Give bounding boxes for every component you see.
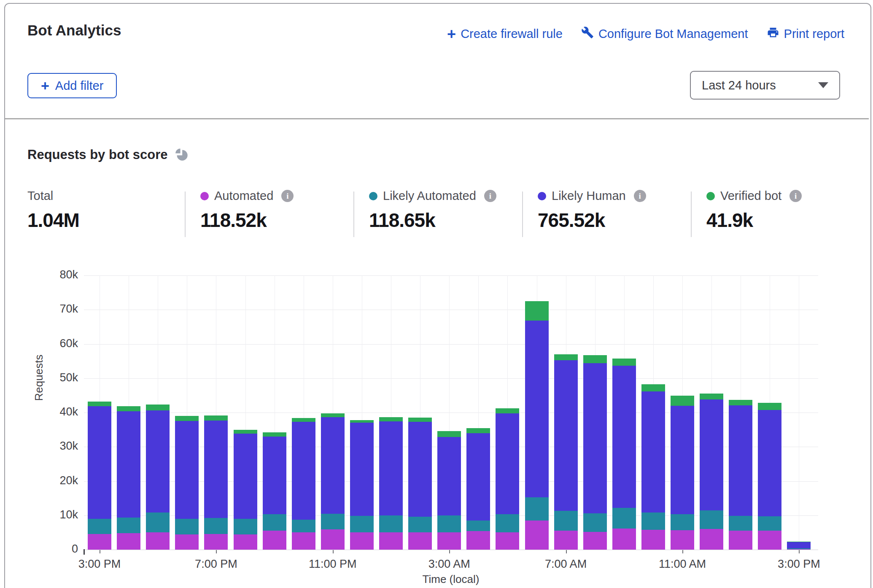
- bar-segment-likely-human[interactable]: [525, 321, 549, 497]
- bar-segment-likely-automated[interactable]: [583, 513, 607, 532]
- bar-segment-likely-human[interactable]: [408, 422, 432, 517]
- bar-segment-automated[interactable]: [466, 531, 490, 550]
- bar-segment-verified-bot[interactable]: [350, 420, 374, 423]
- bar-segment-likely-automated[interactable]: [437, 515, 461, 533]
- bar-segment-likely-human[interactable]: [175, 421, 199, 519]
- stacked-bar[interactable]: [88, 402, 111, 550]
- stacked-bar[interactable]: [146, 405, 170, 550]
- bar-segment-likely-automated[interactable]: [175, 519, 199, 534]
- stacked-bar[interactable]: [787, 542, 811, 550]
- info-icon[interactable]: i: [281, 190, 294, 202]
- bar-segment-verified-bot[interactable]: [292, 418, 315, 422]
- bar-segment-automated[interactable]: [787, 549, 811, 550]
- stacked-bar[interactable]: [321, 413, 345, 550]
- bar-segment-automated[interactable]: [496, 532, 519, 550]
- bar-segment-automated[interactable]: [146, 532, 170, 550]
- bar-segment-likely-human[interactable]: [350, 423, 374, 516]
- stacked-bar[interactable]: [496, 408, 519, 550]
- bar-segment-verified-bot[interactable]: [379, 417, 403, 421]
- bar-segment-automated[interactable]: [758, 531, 781, 550]
- bar-segment-likely-automated[interactable]: [408, 517, 432, 532]
- stacked-bar[interactable]: [379, 417, 403, 550]
- stat-automated[interactable]: Automated i 118.52k: [200, 189, 294, 232]
- bar-segment-automated[interactable]: [729, 531, 752, 550]
- stacked-bar[interactable]: [234, 430, 257, 550]
- bar-segment-verified-bot[interactable]: [583, 355, 607, 363]
- bar-segment-likely-automated[interactable]: [292, 520, 315, 532]
- bar-segment-likely-automated[interactable]: [700, 510, 723, 529]
- stacked-bar[interactable]: [554, 354, 578, 550]
- bar-segment-automated[interactable]: [292, 532, 315, 550]
- bar-segment-likely-automated[interactable]: [729, 516, 752, 531]
- bar-segment-automated[interactable]: [88, 534, 111, 550]
- bar-segment-likely-human[interactable]: [88, 406, 111, 519]
- bar-segment-likely-automated[interactable]: [321, 514, 345, 529]
- bar-segment-verified-bot[interactable]: [671, 396, 694, 406]
- stacked-bar[interactable]: [117, 406, 140, 550]
- stacked-bar[interactable]: [641, 384, 665, 550]
- stacked-bar[interactable]: [758, 403, 781, 550]
- bar-segment-likely-automated[interactable]: [204, 518, 228, 534]
- time-range-select[interactable]: Last 24 hours: [690, 71, 840, 100]
- bar-segment-verified-bot[interactable]: [641, 384, 665, 391]
- bar-segment-likely-human[interactable]: [787, 542, 811, 548]
- bar-segment-automated[interactable]: [234, 534, 257, 550]
- bar-segment-likely-automated[interactable]: [787, 548, 811, 549]
- stacked-bar[interactable]: [583, 355, 607, 550]
- bar-segment-verified-bot[interactable]: [146, 405, 170, 410]
- bar-segment-verified-bot[interactable]: [758, 403, 781, 410]
- bar-segment-likely-human[interactable]: [641, 391, 665, 513]
- bar-segment-likely-human[interactable]: [466, 433, 490, 521]
- bar-segment-verified-bot[interactable]: [437, 431, 461, 437]
- bar-segment-verified-bot[interactable]: [263, 432, 286, 437]
- bar-segment-likely-automated[interactable]: [671, 514, 694, 530]
- bar-segment-likely-human[interactable]: [117, 411, 140, 518]
- bar-segment-automated[interactable]: [379, 532, 403, 550]
- bar-segment-verified-bot[interactable]: [234, 430, 257, 434]
- stacked-bar[interactable]: [175, 416, 199, 550]
- bar-segment-automated[interactable]: [554, 531, 578, 550]
- info-icon[interactable]: i: [484, 190, 496, 202]
- stat-likely-human[interactable]: Likely Human i 765.52k: [538, 189, 646, 232]
- configure-bot-management-link[interactable]: Configure Bot Management: [581, 26, 748, 42]
- stacked-bar[interactable]: [263, 432, 286, 550]
- bar-segment-likely-automated[interactable]: [525, 497, 549, 521]
- bar-segment-likely-human[interactable]: [321, 417, 345, 513]
- bar-segment-automated[interactable]: [321, 529, 345, 550]
- bar-segment-automated[interactable]: [175, 534, 199, 550]
- bar-segment-likely-human[interactable]: [554, 360, 578, 511]
- bar-segment-likely-human[interactable]: [612, 366, 636, 508]
- print-report-link[interactable]: Print report: [767, 26, 844, 42]
- bar-segment-verified-bot[interactable]: [700, 394, 723, 399]
- bar-segment-verified-bot[interactable]: [554, 354, 578, 360]
- bar-segment-likely-human[interactable]: [146, 410, 170, 512]
- bar-segment-likely-automated[interactable]: [88, 519, 111, 534]
- bar-segment-automated[interactable]: [408, 532, 432, 550]
- bar-segment-likely-human[interactable]: [234, 434, 257, 519]
- info-icon[interactable]: i: [789, 190, 802, 202]
- stat-verified-bot[interactable]: Verified bot i 41.9k: [706, 189, 802, 232]
- bar-segment-automated[interactable]: [350, 532, 374, 550]
- bar-segment-likely-human[interactable]: [437, 437, 461, 515]
- bar-segment-likely-automated[interactable]: [234, 519, 257, 534]
- bar-segment-verified-bot[interactable]: [408, 418, 432, 422]
- bar-segment-likely-human[interactable]: [583, 363, 607, 513]
- bar-segment-likely-automated[interactable]: [146, 512, 170, 532]
- bar-segment-verified-bot[interactable]: [525, 301, 549, 321]
- bar-segment-likely-automated[interactable]: [641, 512, 665, 530]
- stacked-bar[interactable]: [350, 420, 374, 550]
- bar-segment-verified-bot[interactable]: [496, 408, 519, 413]
- bar-segment-verified-bot[interactable]: [88, 402, 111, 406]
- bar-segment-likely-automated[interactable]: [117, 518, 140, 533]
- bar-segment-likely-human[interactable]: [263, 437, 286, 514]
- stacked-bar[interactable]: [466, 428, 490, 550]
- bar-segment-likely-automated[interactable]: [263, 514, 286, 531]
- bar-segment-verified-bot[interactable]: [321, 413, 345, 418]
- bar-segment-automated[interactable]: [263, 531, 286, 550]
- bar-segment-likely-human[interactable]: [758, 410, 781, 516]
- bar-segment-likely-human[interactable]: [700, 399, 723, 510]
- bar-segment-likely-human[interactable]: [671, 406, 694, 514]
- stacked-bar[interactable]: [292, 418, 315, 550]
- bar-segment-automated[interactable]: [612, 529, 636, 550]
- stacked-bar[interactable]: [525, 301, 549, 550]
